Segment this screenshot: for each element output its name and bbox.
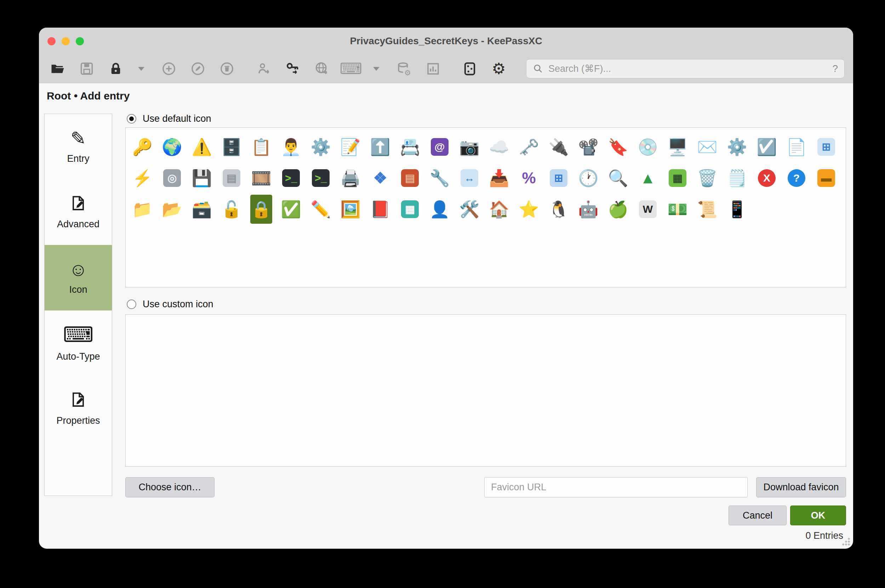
- default-icon-lock-open[interactable]: 🔓: [220, 195, 243, 224]
- default-icon-printer[interactable]: 🖨️: [339, 164, 362, 193]
- download-favicon-button[interactable]: Download favicon: [756, 477, 846, 497]
- default-icon-wrench[interactable]: 🔧: [429, 164, 451, 193]
- default-icon-projector[interactable]: 📽️: [578, 132, 599, 161]
- default-icon-network-drive[interactable]: ▤: [220, 164, 243, 193]
- default-icon-lightning[interactable]: ⚡: [131, 164, 153, 193]
- dropdown-caret-icon[interactable]: [138, 67, 144, 71]
- default-icon-money[interactable]: 💵: [667, 195, 688, 224]
- default-icon-terminal-encrypted[interactable]: >_: [280, 164, 302, 193]
- search-help-icon[interactable]: ?: [832, 63, 838, 74]
- lock-databases-button[interactable]: [105, 58, 126, 79]
- sidebar-item-entry[interactable]: ✎Entry: [45, 114, 112, 180]
- default-icon-mobile-phones[interactable]: 📱: [726, 195, 748, 224]
- default-icon-bookmark[interactable]: 🔖: [607, 132, 629, 161]
- database-settings-button[interactable]: ⚙: [394, 58, 414, 79]
- default-icon-folder-open[interactable]: 📂: [161, 195, 183, 224]
- default-icon-monitor[interactable]: 🖥️: [667, 132, 688, 161]
- default-icon-wikipedia[interactable]: W: [637, 195, 659, 224]
- default-icon-floppy-disk[interactable]: 💾: [191, 164, 213, 193]
- search-input[interactable]: [543, 63, 832, 74]
- save-database-button[interactable]: [76, 58, 97, 79]
- favicon-url-input[interactable]: [484, 477, 748, 497]
- default-icon-thumbnail[interactable]: 🖼️: [339, 195, 362, 224]
- settings-button[interactable]: ⚙: [489, 58, 509, 79]
- default-icon-identity-card[interactable]: 📇: [399, 132, 421, 161]
- default-icon-tux[interactable]: 🐧: [548, 195, 570, 224]
- default-icon-cloud[interactable]: ☁️: [488, 132, 510, 161]
- default-icon-address-book[interactable]: 📕: [369, 195, 391, 224]
- sidebar-item-icon[interactable]: ☺Icon: [45, 245, 112, 310]
- radio-dot[interactable]: [127, 114, 136, 123]
- default-icon-key[interactable]: 🔑: [131, 132, 153, 161]
- default-icon-pen[interactable]: ✏️: [310, 195, 332, 224]
- radio-dot[interactable]: [127, 300, 136, 309]
- default-icon-network-monitor[interactable]: ↔: [458, 164, 480, 193]
- default-icon-tools[interactable]: 🛠️: [458, 195, 480, 224]
- sidebar-item-auto-type[interactable]: ⌨Auto-Type: [45, 310, 112, 376]
- default-icon-home[interactable]: 🏠: [488, 195, 510, 224]
- default-icon-trash-bin[interactable]: 🗑️: [696, 164, 718, 193]
- default-icon-configuration-gear[interactable]: ⚙️: [726, 132, 748, 161]
- default-icon-info[interactable]: ?: [786, 164, 807, 193]
- edit-entry-button[interactable]: [188, 58, 208, 79]
- default-icon-checkmark[interactable]: ✅: [280, 195, 302, 224]
- default-icon-warning[interactable]: ⚠️: [191, 132, 213, 161]
- ok-button[interactable]: OK: [790, 506, 846, 525]
- default-icon-homebanking-percent[interactable]: %: [518, 164, 540, 193]
- use-custom-icon-radio[interactable]: Use custom icon: [127, 299, 213, 310]
- default-icon-browser-window[interactable]: ⊞: [815, 132, 837, 161]
- copy-url-button[interactable]: [312, 58, 332, 79]
- default-icon-archive-folder[interactable]: 📥: [488, 164, 510, 193]
- default-icon-table-list[interactable]: ▦: [399, 195, 421, 224]
- perform-autotype-button[interactable]: ⌨: [340, 58, 361, 79]
- default-icon-package[interactable]: ▬: [815, 164, 837, 193]
- choose-icon-button[interactable]: Choose icon…: [125, 477, 214, 497]
- cancel-button[interactable]: Cancel: [729, 506, 787, 525]
- default-icon-search-magnifier[interactable]: 🔍: [607, 164, 629, 193]
- default-icon-keychain[interactable]: 🗝️: [518, 132, 540, 161]
- sidebar-item-properties[interactable]: Properties: [45, 376, 112, 441]
- delete-entry-button[interactable]: [217, 58, 237, 79]
- add-entry-button[interactable]: [159, 58, 179, 79]
- default-icon-mountains[interactable]: ▲: [637, 164, 659, 193]
- default-icon-database-key[interactable]: 🗃️: [191, 195, 213, 224]
- default-icon-film-reel[interactable]: 🎞️: [250, 164, 272, 193]
- default-icon-lock[interactable]: 🔒: [250, 195, 272, 224]
- default-icon-note[interactable]: 🗒️: [726, 164, 748, 193]
- copy-password-button[interactable]: [282, 58, 303, 79]
- dropdown-caret-icon[interactable]: [373, 67, 380, 71]
- default-icon-clipboard-check[interactable]: ☑️: [756, 132, 778, 161]
- default-icon-star[interactable]: ⭐: [518, 195, 540, 224]
- default-icon-world[interactable]: 🌍: [161, 132, 183, 161]
- default-icon-camera[interactable]: 📷: [458, 132, 480, 161]
- default-icon-cd-rom[interactable]: 💿: [637, 132, 659, 161]
- default-icon-certificate[interactable]: 📜: [696, 195, 718, 224]
- default-icon-paper-new[interactable]: 📄: [786, 132, 807, 161]
- open-database-button[interactable]: [47, 58, 68, 79]
- default-icon-email[interactable]: ✉️: [696, 132, 718, 161]
- default-icon-expired[interactable]: X: [756, 164, 778, 193]
- default-icon-notepad-edit[interactable]: 📝: [339, 132, 362, 161]
- default-icon-program-icons[interactable]: ❖: [369, 164, 391, 193]
- copy-username-button[interactable]: [254, 58, 274, 79]
- search-box[interactable]: ?: [526, 59, 844, 78]
- default-icon-at-book[interactable]: @: [429, 132, 451, 161]
- default-icon-gears[interactable]: ⚙️: [310, 132, 332, 161]
- default-icon-apple[interactable]: 🍏: [607, 195, 629, 224]
- default-icon-clock[interactable]: 🕐: [578, 164, 599, 193]
- default-icon-safe[interactable]: ◎: [161, 164, 183, 193]
- reports-button[interactable]: [423, 58, 443, 79]
- default-icon-console[interactable]: >_: [310, 164, 332, 193]
- default-icon-presenter[interactable]: 👤: [429, 195, 451, 224]
- default-icon-server-shield[interactable]: 🗄️: [220, 132, 243, 161]
- default-icon-folder[interactable]: 📁: [131, 195, 153, 224]
- sidebar-item-advanced[interactable]: Advanced: [45, 180, 112, 245]
- resize-grip[interactable]: [841, 537, 850, 546]
- default-icon-plug[interactable]: 🔌: [548, 132, 570, 161]
- default-icon-arrow-up[interactable]: ⬆️: [369, 132, 391, 161]
- default-icon-android[interactable]: 🤖: [578, 195, 599, 224]
- password-generator-button[interactable]: [459, 58, 480, 79]
- default-icon-memory-chip[interactable]: ▦: [667, 164, 688, 193]
- default-icon-windows-monitor[interactable]: ⊞: [548, 164, 570, 193]
- default-icon-user-manager[interactable]: 👨‍💼: [280, 132, 302, 161]
